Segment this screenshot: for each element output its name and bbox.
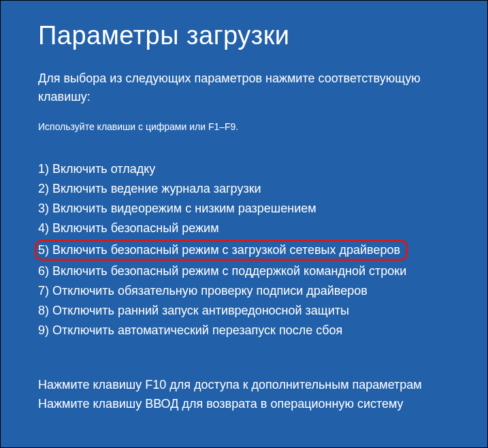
page-title: Параметры загрузки xyxy=(38,21,450,50)
hint-text: Используйте клавиши с цифрами или F1–F9. xyxy=(38,121,450,132)
footer-line-enter: Нажмите клавишу ВВОД для возврата в опер… xyxy=(38,395,450,414)
option-9[interactable]: 9) Отключить автоматический перезапуск п… xyxy=(38,321,450,340)
option-1[interactable]: 1) Включить отладку xyxy=(38,159,450,179)
option-4[interactable]: 4) Включить безопасный режим xyxy=(38,219,450,238)
option-8[interactable]: 8) Отключить ранний запуск антивредоносн… xyxy=(38,301,450,321)
option-3[interactable]: 3) Включить видеорежим с низким разрешен… xyxy=(38,199,450,219)
instruction-text: Для выбора из следующих параметров нажми… xyxy=(38,69,450,106)
footer-instructions: Нажмите клавишу F10 для доступа к дополн… xyxy=(38,376,450,414)
option-2[interactable]: 2) Включить ведение журнала загрузки xyxy=(38,179,450,199)
option-5-highlighted[interactable]: 5) Включить безопасный режим с загрузкой… xyxy=(35,240,408,261)
option-7[interactable]: 7) Отключить обязательную проверку подпи… xyxy=(38,281,450,301)
boot-options-list: 1) Включить отладку 2) Включить ведение … xyxy=(38,159,450,340)
option-6[interactable]: 6) Включить безопасный режим с поддержко… xyxy=(38,261,450,281)
footer-line-f10: Нажмите клавишу F10 для доступа к дополн… xyxy=(38,376,450,395)
